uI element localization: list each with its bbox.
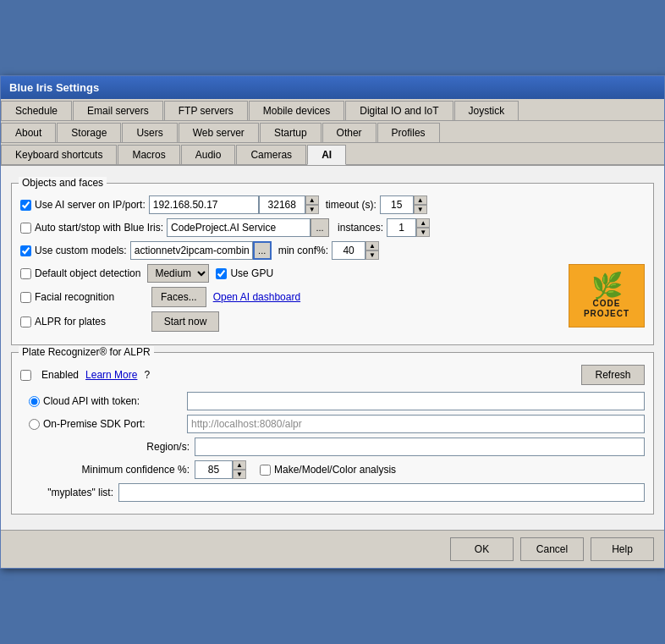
port-down-btn[interactable]: ▼ <box>305 205 319 214</box>
tab-web-server[interactable]: Web server <box>179 123 259 142</box>
content-area: Objects and faces Use AI server on IP/po… <box>1 166 664 530</box>
cp-text-line2: PROJECT <box>584 309 629 319</box>
on-premise-input[interactable] <box>187 415 645 433</box>
auto-start-checkbox[interactable] <box>20 223 31 234</box>
tab-email-servers[interactable]: Email servers <box>73 101 163 120</box>
cancel-button[interactable]: Cancel <box>520 537 584 561</box>
tab-ai[interactable]: AI <box>307 145 346 165</box>
model-browse-btn[interactable]: ... <box>253 241 272 260</box>
cloud-api-radio[interactable] <box>29 396 40 407</box>
auto-start-row: Auto start/stop with Blue Iris: ... inst… <box>20 218 645 237</box>
instances-down-btn[interactable]: ▼ <box>416 228 430 237</box>
tab-ftp-servers[interactable]: FTP servers <box>164 101 248 120</box>
tab-storage[interactable]: Storage <box>57 123 121 142</box>
min-conf-spinner-buttons: ▲ ▼ <box>365 241 379 260</box>
instances-up-btn[interactable]: ▲ <box>416 218 430 228</box>
alpr-min-conf-down-btn[interactable]: ▼ <box>233 470 246 479</box>
tab-startup[interactable]: Startup <box>260 123 322 142</box>
min-conf-input[interactable] <box>332 241 365 260</box>
myplates-input[interactable] <box>118 483 645 502</box>
min-conf-down-btn[interactable]: ▼ <box>365 250 379 260</box>
make-model-label: Make/Model/Color analysis <box>274 464 396 476</box>
tab-profiles[interactable]: Profiles <box>377 123 440 142</box>
min-conf-alpr-row: Minimum confidence %: ▲ ▼ Make/Model/Col… <box>20 460 645 479</box>
tab-joystick[interactable]: Joystick <box>454 101 519 120</box>
tab-keyboard[interactable]: Keyboard shortcuts <box>1 145 117 164</box>
tab-audio[interactable]: Audio <box>181 145 236 164</box>
service-browse-btn[interactable]: ... <box>311 218 329 237</box>
custom-models-checkbox[interactable] <box>20 245 31 256</box>
use-gpu-label: Use GPU <box>230 267 273 279</box>
myplates-row: "myplates" list: <box>20 483 645 502</box>
cloud-api-input[interactable] <box>187 392 645 410</box>
title-bar: Blue Iris Settings <box>1 76 664 99</box>
service-input[interactable] <box>167 218 311 237</box>
tab-row-2: About Storage Users Web server Startup O… <box>1 121 664 143</box>
cp-text-line1: CODE <box>593 299 621 309</box>
use-ai-server-checkbox[interactable] <box>20 200 31 211</box>
min-conf-up-btn[interactable]: ▲ <box>365 241 379 250</box>
learn-more-link[interactable]: Learn More <box>85 369 137 381</box>
custom-models-row: Use custom models: ... min conf%: ▲ ▼ <box>20 241 645 260</box>
question-mark[interactable]: ? <box>144 369 150 381</box>
make-model-checkbox[interactable] <box>260 465 271 476</box>
on-premise-row: On-Premise SDK Port: <box>20 415 645 433</box>
objects-section-title: Objects and faces <box>19 177 107 189</box>
alpr-plates-checkbox[interactable] <box>20 316 31 328</box>
ok-button[interactable]: OK <box>450 537 514 561</box>
main-window: Blue Iris Settings Schedule Email server… <box>0 75 665 569</box>
min-conf-label: min conf%: <box>278 245 328 256</box>
alpr-section: Plate Recognizer® for ALPR Enabled Learn… <box>11 352 654 515</box>
tab-schedule[interactable]: Schedule <box>1 101 72 120</box>
window-title: Blue Iris Settings <box>9 81 99 94</box>
refresh-btn[interactable]: Refresh <box>581 365 645 385</box>
min-conf-spinner-group: ▲ ▼ <box>332 241 379 260</box>
regions-input[interactable] <box>195 438 645 456</box>
faces-btn[interactable]: Faces... <box>151 287 206 307</box>
help-button[interactable]: Help <box>591 537 654 561</box>
tab-users[interactable]: Users <box>122 123 177 142</box>
timeout-input[interactable] <box>380 195 414 214</box>
use-ai-server-label: Use AI server on IP/port: <box>35 199 146 211</box>
instances-spinner-buttons: ▲ ▼ <box>416 218 430 237</box>
tab-mobile-devices[interactable]: Mobile devices <box>249 101 344 120</box>
alpr-enabled-label: Enabled <box>41 369 79 381</box>
default-detection-row: Default object detection Medium Low High… <box>20 264 569 283</box>
port-up-btn[interactable]: ▲ <box>305 195 319 205</box>
facial-recognition-row: Facial recognition Faces... Open AI dash… <box>20 287 569 307</box>
facial-recognition-checkbox[interactable] <box>20 292 31 303</box>
default-detection-label: Default object detection <box>35 267 140 279</box>
tab-row-3: Keyboard shortcuts Macros Audio Cameras … <box>1 143 664 165</box>
model-input[interactable] <box>130 241 253 260</box>
quality-select[interactable]: Medium Low High <box>147 264 209 283</box>
auto-start-label: Auto start/stop with Blue Iris: <box>35 222 163 234</box>
ip-input[interactable]: 192.168.50.17 <box>149 195 259 214</box>
open-ai-dashboard-link[interactable]: Open AI dashboard <box>213 291 300 303</box>
on-premise-radio[interactable] <box>29 419 40 430</box>
tab-other[interactable]: Other <box>322 123 376 142</box>
timeout-up-btn[interactable]: ▲ <box>414 195 427 205</box>
footer: OK Cancel Help <box>1 530 664 568</box>
instances-spinner-group: ▲ ▼ <box>387 218 430 237</box>
tab-digital-io[interactable]: Digital IO and IoT <box>345 101 453 120</box>
timeout-label: timeout (s): <box>326 199 376 211</box>
alpr-section-title: Plate Recognizer® for ALPR <box>19 346 154 358</box>
start-now-btn[interactable]: Start now <box>151 311 219 332</box>
myplates-label: "myplates" list: <box>20 487 113 498</box>
tab-macros[interactable]: Macros <box>118 145 179 164</box>
port-input[interactable] <box>259 195 305 214</box>
port-spinner-group: ▲ ▼ <box>259 195 319 214</box>
timeout-down-btn[interactable]: ▼ <box>414 205 427 214</box>
use-gpu-checkbox[interactable] <box>216 268 227 279</box>
tab-about[interactable]: About <box>1 123 56 142</box>
detection-rows: Default object detection Medium Low High… <box>20 264 569 336</box>
default-detection-checkbox[interactable] <box>20 268 31 279</box>
regions-label: Region/s: <box>20 441 190 453</box>
alpr-min-conf-input[interactable] <box>195 460 233 479</box>
instances-input[interactable] <box>387 218 416 237</box>
instances-label: instances: <box>338 222 383 234</box>
on-premise-label: On-Premise SDK Port: <box>43 418 187 430</box>
alpr-enabled-checkbox[interactable] <box>20 370 31 381</box>
tab-cameras[interactable]: Cameras <box>236 145 306 164</box>
alpr-min-conf-up-btn[interactable]: ▲ <box>233 460 246 470</box>
